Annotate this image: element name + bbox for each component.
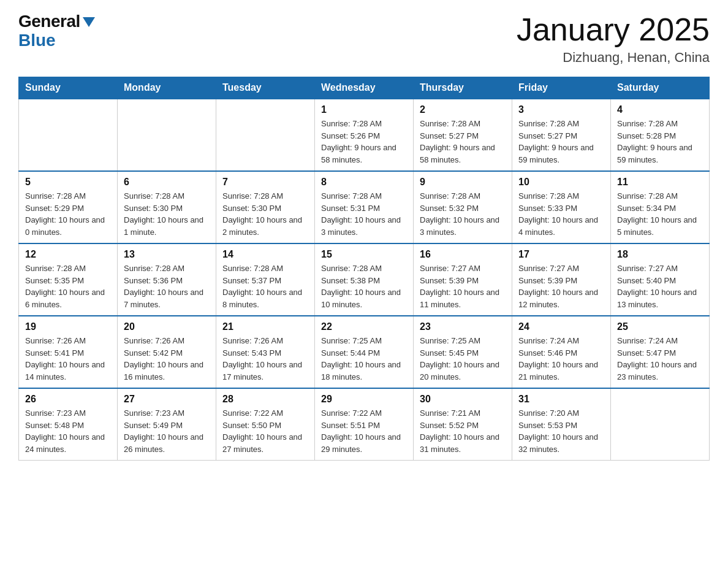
weekday-header-saturday: Saturday — [611, 77, 710, 99]
day-info: Sunrise: 7:25 AM Sunset: 5:44 PM Dayligh… — [321, 335, 407, 383]
calendar-cell: 1Sunrise: 7:28 AM Sunset: 5:26 PM Daylig… — [315, 99, 414, 171]
calendar-week-row: 26Sunrise: 7:23 AM Sunset: 5:48 PM Dayli… — [19, 388, 710, 461]
day-number: 19 — [25, 321, 111, 332]
calendar-cell: 17Sunrise: 7:27 AM Sunset: 5:39 PM Dayli… — [512, 243, 611, 316]
calendar-cell: 24Sunrise: 7:24 AM Sunset: 5:46 PM Dayli… — [512, 316, 611, 388]
day-number: 18 — [617, 249, 703, 260]
day-number: 22 — [321, 321, 407, 332]
calendar-cell: 6Sunrise: 7:28 AM Sunset: 5:30 PM Daylig… — [118, 171, 216, 243]
calendar-cell: 25Sunrise: 7:24 AM Sunset: 5:47 PM Dayli… — [611, 316, 710, 388]
day-number: 2 — [420, 104, 506, 115]
logo-triangle-icon — [83, 17, 95, 27]
logo: General Blue — [18, 12, 95, 50]
day-info: Sunrise: 7:24 AM Sunset: 5:47 PM Dayligh… — [617, 335, 703, 383]
day-info: Sunrise: 7:28 AM Sunset: 5:30 PM Dayligh… — [222, 190, 308, 238]
calendar-cell: 3Sunrise: 7:28 AM Sunset: 5:27 PM Daylig… — [512, 99, 611, 171]
calendar-cell: 10Sunrise: 7:28 AM Sunset: 5:33 PM Dayli… — [512, 171, 611, 243]
day-number: 13 — [124, 249, 210, 260]
weekday-header-thursday: Thursday — [414, 77, 512, 99]
calendar-cell: 27Sunrise: 7:23 AM Sunset: 5:49 PM Dayli… — [118, 388, 216, 461]
calendar-cell: 14Sunrise: 7:28 AM Sunset: 5:37 PM Dayli… — [216, 243, 315, 316]
day-info: Sunrise: 7:23 AM Sunset: 5:48 PM Dayligh… — [25, 407, 111, 455]
day-info: Sunrise: 7:27 AM Sunset: 5:39 PM Dayligh… — [518, 262, 604, 310]
day-number: 27 — [124, 394, 210, 405]
day-number: 17 — [518, 249, 604, 260]
calendar-cell: 28Sunrise: 7:22 AM Sunset: 5:50 PM Dayli… — [216, 388, 315, 461]
calendar-cell: 12Sunrise: 7:28 AM Sunset: 5:35 PM Dayli… — [19, 243, 118, 316]
day-number: 28 — [222, 394, 308, 405]
day-number: 6 — [124, 177, 210, 188]
day-number: 25 — [617, 321, 703, 332]
day-info: Sunrise: 7:25 AM Sunset: 5:45 PM Dayligh… — [420, 335, 506, 383]
day-number: 5 — [25, 177, 111, 188]
day-number: 15 — [321, 249, 407, 260]
calendar-cell — [19, 99, 118, 171]
calendar-week-row: 5Sunrise: 7:28 AM Sunset: 5:29 PM Daylig… — [19, 171, 710, 243]
day-number: 3 — [518, 104, 604, 115]
day-info: Sunrise: 7:24 AM Sunset: 5:46 PM Dayligh… — [518, 335, 604, 383]
day-info: Sunrise: 7:21 AM Sunset: 5:52 PM Dayligh… — [420, 407, 506, 455]
calendar-cell — [118, 99, 216, 171]
weekday-header-row: SundayMondayTuesdayWednesdayThursdayFrid… — [19, 77, 710, 99]
day-number: 26 — [25, 394, 111, 405]
calendar-cell — [611, 388, 710, 461]
calendar-cell: 19Sunrise: 7:26 AM Sunset: 5:41 PM Dayli… — [19, 316, 118, 388]
day-info: Sunrise: 7:28 AM Sunset: 5:36 PM Dayligh… — [124, 262, 210, 310]
calendar-cell: 29Sunrise: 7:22 AM Sunset: 5:51 PM Dayli… — [315, 388, 414, 461]
day-number: 4 — [617, 104, 703, 115]
calendar-cell: 26Sunrise: 7:23 AM Sunset: 5:48 PM Dayli… — [19, 388, 118, 461]
day-number: 14 — [222, 249, 308, 260]
day-info: Sunrise: 7:27 AM Sunset: 5:40 PM Dayligh… — [617, 262, 703, 310]
calendar-cell: 7Sunrise: 7:28 AM Sunset: 5:30 PM Daylig… — [216, 171, 315, 243]
weekday-header-wednesday: Wednesday — [315, 77, 414, 99]
weekday-header-friday: Friday — [512, 77, 611, 99]
day-info: Sunrise: 7:23 AM Sunset: 5:49 PM Dayligh… — [124, 407, 210, 455]
calendar-cell: 31Sunrise: 7:20 AM Sunset: 5:53 PM Dayli… — [512, 388, 611, 461]
day-number: 10 — [518, 177, 604, 188]
day-info: Sunrise: 7:28 AM Sunset: 5:30 PM Dayligh… — [124, 190, 210, 238]
day-number: 24 — [518, 321, 604, 332]
day-info: Sunrise: 7:26 AM Sunset: 5:43 PM Dayligh… — [222, 335, 308, 383]
calendar-cell: 30Sunrise: 7:21 AM Sunset: 5:52 PM Dayli… — [414, 388, 512, 461]
logo-blue-text: Blue — [18, 31, 56, 50]
calendar-cell: 9Sunrise: 7:28 AM Sunset: 5:32 PM Daylig… — [414, 171, 512, 243]
day-number: 9 — [420, 177, 506, 188]
calendar-cell: 13Sunrise: 7:28 AM Sunset: 5:36 PM Dayli… — [118, 243, 216, 316]
day-info: Sunrise: 7:28 AM Sunset: 5:35 PM Dayligh… — [25, 262, 111, 310]
day-info: Sunrise: 7:28 AM Sunset: 5:28 PM Dayligh… — [617, 118, 703, 166]
calendar-cell: 11Sunrise: 7:28 AM Sunset: 5:34 PM Dayli… — [611, 171, 710, 243]
day-info: Sunrise: 7:28 AM Sunset: 5:26 PM Dayligh… — [321, 118, 407, 166]
day-info: Sunrise: 7:28 AM Sunset: 5:37 PM Dayligh… — [222, 262, 308, 310]
weekday-header-sunday: Sunday — [19, 77, 118, 99]
day-number: 30 — [420, 394, 506, 405]
day-number: 21 — [222, 321, 308, 332]
calendar-cell — [216, 99, 315, 171]
calendar-week-row: 19Sunrise: 7:26 AM Sunset: 5:41 PM Dayli… — [19, 316, 710, 388]
calendar-cell: 2Sunrise: 7:28 AM Sunset: 5:27 PM Daylig… — [414, 99, 512, 171]
logo-general-text: General — [18, 12, 80, 31]
calendar-cell: 18Sunrise: 7:27 AM Sunset: 5:40 PM Dayli… — [611, 243, 710, 316]
calendar-cell: 23Sunrise: 7:25 AM Sunset: 5:45 PM Dayli… — [414, 316, 512, 388]
calendar-cell: 22Sunrise: 7:25 AM Sunset: 5:44 PM Dayli… — [315, 316, 414, 388]
weekday-header-tuesday: Tuesday — [216, 77, 315, 99]
day-info: Sunrise: 7:28 AM Sunset: 5:27 PM Dayligh… — [518, 118, 604, 166]
day-info: Sunrise: 7:28 AM Sunset: 5:29 PM Dayligh… — [25, 190, 111, 238]
day-number: 12 — [25, 249, 111, 260]
day-number: 8 — [321, 177, 407, 188]
day-info: Sunrise: 7:20 AM Sunset: 5:53 PM Dayligh… — [518, 407, 604, 455]
title-block: January 2025 Dizhuang, Henan, China — [517, 12, 710, 66]
day-info: Sunrise: 7:22 AM Sunset: 5:51 PM Dayligh… — [321, 407, 407, 455]
day-info: Sunrise: 7:28 AM Sunset: 5:33 PM Dayligh… — [518, 190, 604, 238]
day-number: 11 — [617, 177, 703, 188]
calendar-week-row: 1Sunrise: 7:28 AM Sunset: 5:26 PM Daylig… — [19, 99, 710, 171]
calendar-title: January 2025 — [517, 12, 710, 47]
day-info: Sunrise: 7:22 AM Sunset: 5:50 PM Dayligh… — [222, 407, 308, 455]
day-number: 1 — [321, 104, 407, 115]
calendar-cell: 4Sunrise: 7:28 AM Sunset: 5:28 PM Daylig… — [611, 99, 710, 171]
calendar-cell: 5Sunrise: 7:28 AM Sunset: 5:29 PM Daylig… — [19, 171, 118, 243]
calendar-week-row: 12Sunrise: 7:28 AM Sunset: 5:35 PM Dayli… — [19, 243, 710, 316]
calendar-cell: 16Sunrise: 7:27 AM Sunset: 5:39 PM Dayli… — [414, 243, 512, 316]
calendar-cell: 8Sunrise: 7:28 AM Sunset: 5:31 PM Daylig… — [315, 171, 414, 243]
day-info: Sunrise: 7:28 AM Sunset: 5:34 PM Dayligh… — [617, 190, 703, 238]
day-number: 31 — [518, 394, 604, 405]
